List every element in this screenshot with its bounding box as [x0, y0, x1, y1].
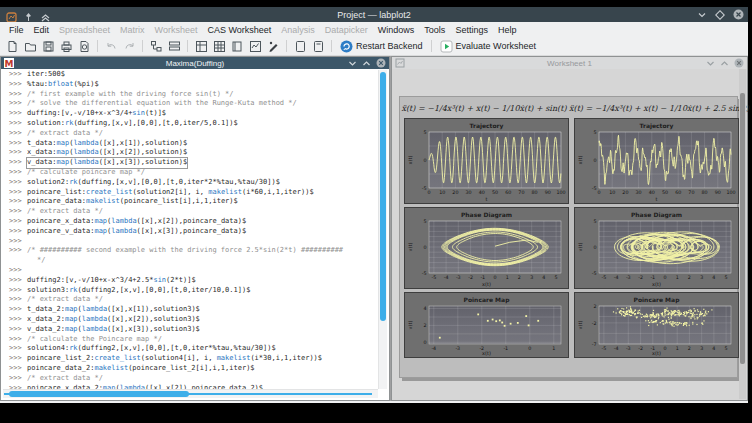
- restart-backend-label: Restart Backend: [356, 41, 423, 51]
- svg-text:v(t): v(t): [577, 243, 583, 252]
- menu-item-tools[interactable]: Tools: [419, 25, 450, 35]
- toolbar-separator: [142, 40, 143, 52]
- maxima-titlebar[interactable]: M Maxima(Duffing): [1, 57, 389, 69]
- code-lines: >>>iter:500$>>>%tau:bfloat(%pi)$>>>/* fi…: [2, 70, 379, 393]
- datapicker-pen-icon[interactable]: [265, 38, 281, 54]
- svg-text:90: 90: [715, 190, 721, 195]
- svg-text:50: 50: [492, 190, 498, 195]
- redo-icon[interactable]: [121, 38, 137, 54]
- svg-text:5: 5: [593, 219, 596, 224]
- svg-text:-5: -5: [422, 271, 427, 276]
- worksheet-titlebar[interactable]: Worksheet 1: [392, 57, 747, 69]
- menu-item-settings[interactable]: Settings: [450, 25, 493, 35]
- svg-text:x(t): x(t): [652, 350, 661, 356]
- svg-text:90: 90: [545, 190, 551, 195]
- menu-item-analysis[interactable]: Analysis: [276, 25, 320, 35]
- svg-text:Phase Diagram: Phase Diagram: [461, 211, 512, 219]
- vertical-scrollbar-thumb[interactable]: [380, 72, 386, 321]
- svg-text:-3: -3: [626, 275, 631, 280]
- project-explorer-icon[interactable]: [148, 38, 164, 54]
- open-folder-icon[interactable]: [22, 38, 38, 54]
- new-note-icon[interactable]: [292, 38, 308, 54]
- svg-text:30: 30: [466, 190, 472, 195]
- svg-text:2: 2: [423, 323, 426, 328]
- svg-text:40: 40: [479, 190, 485, 195]
- svg-text:-5: -5: [602, 346, 607, 351]
- menu-item-datapicker[interactable]: Datapicker: [320, 25, 373, 35]
- svg-text:-3: -3: [626, 346, 631, 351]
- plot-trajectory-1[interactable]: 0102030405060708090100-505Trajectorytx(t…: [404, 118, 569, 204]
- svg-text:20: 20: [622, 190, 628, 195]
- undo-icon[interactable]: [103, 38, 119, 54]
- menu-bar: FileEditSpreadsheetMatrixWorksheetCAS Wo…: [0, 22, 748, 37]
- new-worksheet-icon[interactable]: [310, 38, 326, 54]
- svg-text:50: 50: [662, 190, 668, 195]
- svg-text:v(t): v(t): [407, 321, 413, 330]
- svg-text:5: 5: [593, 130, 596, 135]
- svg-text:0: 0: [493, 275, 496, 280]
- code-line: >>>/* extract data */: [2, 207, 379, 217]
- svg-text:2: 2: [688, 346, 691, 351]
- code-line: >>>poincare_data:makelist(poincare_list[…: [2, 197, 379, 207]
- menu-item-file[interactable]: File: [4, 25, 29, 35]
- worksheet-view[interactable]: ẍ(t) = −1/4x³(t) + x(t) − 1/10ẋ(t) + sin…: [393, 69, 746, 399]
- menu-item-worksheet[interactable]: Worksheet: [150, 25, 203, 35]
- chart-canvas: -5-4-3-2-10123452-2-7Poincare Mapx(t)v(t…: [575, 293, 738, 357]
- new-workbook-icon[interactable]: [229, 38, 245, 54]
- svg-text:-1: -1: [503, 346, 508, 351]
- toolbar-separator: [97, 40, 98, 52]
- menu-item-matrix[interactable]: Matrix: [115, 25, 150, 35]
- mdi-area: M Maxima(Duffing) >>>iter:500$>>>%tau:bf…: [0, 56, 748, 401]
- minimize-button[interactable]: [697, 6, 707, 24]
- svg-text:80: 80: [702, 190, 708, 195]
- menu-item-windows[interactable]: Windows: [373, 25, 420, 35]
- maxima-title: Maxima(Duffing): [1, 59, 389, 68]
- vertical-scrollbar[interactable]: [378, 70, 387, 389]
- svg-text:2: 2: [518, 275, 521, 280]
- plot-phase-diagram-1[interactable]: -5-4-3-2-1012345-505Phase Diagramx(t)v(t…: [404, 207, 569, 289]
- svg-text:30: 30: [636, 190, 642, 195]
- svg-text:2: 2: [688, 275, 691, 280]
- toolbar-separator: [431, 40, 432, 52]
- evaluate-worksheet-button[interactable]: Evaluate Worksheet: [436, 40, 540, 53]
- menu-item-cas-worksheet[interactable]: CAS Worksheet: [202, 25, 276, 35]
- evaluate-worksheet-label: Evaluate Worksheet: [456, 41, 536, 51]
- plot-phase-diagram-2[interactable]: -5-4-3-2-1012345-505Phase Diagramx(t)v(t…: [574, 207, 739, 289]
- cas-console[interactable]: >>>iter:500$>>>%tau:bfloat(%pi)$>>>/* fi…: [2, 69, 388, 399]
- worksheet-scrollbar[interactable]: [739, 69, 746, 399]
- close-button[interactable]: [733, 6, 744, 24]
- svg-text:-4: -4: [431, 346, 436, 351]
- code-line: >>>v_data:map(lambda([x],x[3]),solution)…: [2, 158, 379, 168]
- svg-text:x(t): x(t): [577, 156, 583, 165]
- print-icon[interactable]: [58, 38, 74, 54]
- worksheet-scrollbar-thumb[interactable]: [740, 93, 745, 364]
- svg-text:M: M: [5, 59, 14, 69]
- new-matrix-icon[interactable]: [211, 38, 227, 54]
- plot-poincare-map-2[interactable]: -5-4-3-2-10123452-2-7Poincare Mapx(t)v(t…: [574, 292, 739, 358]
- svg-text:x(t): x(t): [652, 281, 661, 287]
- restart-backend-button[interactable]: Restart Backend: [336, 40, 427, 53]
- svg-text:0: 0: [423, 245, 426, 250]
- toolbar-separator: [331, 40, 332, 52]
- svg-text:x(t): x(t): [482, 281, 491, 287]
- print-preview-icon[interactable]: [76, 38, 92, 54]
- svg-text:3: 3: [700, 346, 703, 351]
- svg-text:0: 0: [423, 340, 426, 345]
- window-titlebar: Project — labplot2: [0, 7, 748, 22]
- maximize-button[interactable]: [715, 6, 725, 24]
- menu-item-help[interactable]: Help: [493, 25, 522, 35]
- menu-item-edit[interactable]: Edit: [29, 25, 55, 35]
- menu-item-spreadsheet[interactable]: Spreadsheet: [54, 25, 115, 35]
- new-cas-worksheet-icon[interactable]: [247, 38, 263, 54]
- maxima-icon: M: [4, 54, 14, 72]
- svg-text:-2: -2: [592, 321, 597, 326]
- new-document-icon[interactable]: [4, 38, 20, 54]
- plot-poincare-map-1[interactable]: -4-3-2-101024Poincare Mapx(t)v(t): [404, 292, 569, 358]
- plot-trajectory-2[interactable]: 0102030405060708090100-505Trajectorytx(t…: [574, 118, 739, 204]
- save-icon[interactable]: [40, 38, 56, 54]
- svg-text:x(t): x(t): [407, 156, 413, 165]
- new-spreadsheet-icon[interactable]: [193, 38, 209, 54]
- svg-text:-5: -5: [432, 275, 437, 280]
- window-title: Project — labplot2: [0, 10, 748, 20]
- properties-explorer-icon[interactable]: [166, 38, 182, 54]
